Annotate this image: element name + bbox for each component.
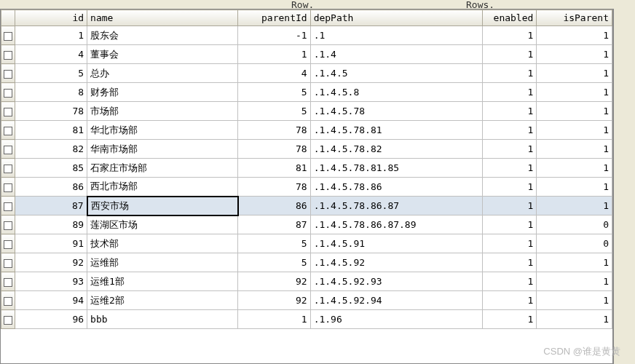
checkbox-icon[interactable] <box>4 146 12 154</box>
cell-name[interactable]: 运维2部 <box>87 291 238 310</box>
header-rowhandle[interactable] <box>1 10 15 26</box>
cell-parentId[interactable]: 4 <box>238 64 310 83</box>
row-checkbox-cell[interactable] <box>1 253 15 272</box>
cell-enabled[interactable]: 1 <box>482 178 537 197</box>
row-checkbox-cell[interactable] <box>1 197 15 215</box>
cell-name[interactable]: 石家庄市场部 <box>87 159 238 178</box>
cell-isParent[interactable]: 1 <box>537 140 612 159</box>
cell-parentId[interactable]: 81 <box>238 159 310 178</box>
cell-enabled[interactable]: 1 <box>482 234 537 253</box>
cell-enabled[interactable]: 1 <box>482 253 537 272</box>
cell-enabled[interactable]: 1 <box>482 102 537 121</box>
cell-enabled[interactable]: 1 <box>482 272 537 291</box>
table-row[interactable]: 82华南市场部78.1.4.5.78.8211 <box>1 140 612 159</box>
checkbox-icon[interactable] <box>4 70 12 79</box>
cell-name[interactable]: 财务部 <box>87 83 238 102</box>
cell-depPath[interactable]: .1.4.5.92.94 <box>310 291 482 310</box>
cell-depPath[interactable]: .1.4.5.92 <box>310 253 482 272</box>
table-row[interactable]: 5总办4.1.4.511 <box>1 64 612 83</box>
checkbox-icon[interactable] <box>4 221 12 230</box>
cell-enabled[interactable]: 1 <box>482 159 537 178</box>
cell-isParent[interactable]: 0 <box>537 215 612 234</box>
row-checkbox-cell[interactable] <box>1 140 15 159</box>
table-row[interactable]: 91技术部5.1.4.5.9110 <box>1 234 612 253</box>
row-checkbox-cell[interactable] <box>1 291 15 310</box>
row-checkbox-cell[interactable] <box>1 121 15 140</box>
cell-parentId[interactable]: 5 <box>238 253 310 272</box>
table-row[interactable]: 96bbb1.1.9611 <box>1 310 612 329</box>
cell-parentId[interactable]: 78 <box>238 140 310 159</box>
cell-name[interactable]: bbb <box>87 310 238 329</box>
table-row[interactable]: 81华北市场部78.1.4.5.78.8111 <box>1 121 612 140</box>
cell-enabled[interactable]: 1 <box>482 64 537 83</box>
checkbox-icon[interactable] <box>4 108 12 116</box>
cell-isParent[interactable]: 1 <box>537 310 612 329</box>
cell-id[interactable]: 91 <box>15 234 87 253</box>
row-checkbox-cell[interactable] <box>1 26 15 45</box>
cell-name[interactable]: 股东会 <box>87 26 238 45</box>
row-checkbox-cell[interactable] <box>1 83 15 102</box>
cell-id[interactable]: 87 <box>15 197 87 215</box>
cell-isParent[interactable]: 1 <box>537 64 612 83</box>
cell-name[interactable]: 董事会 <box>87 45 238 64</box>
cell-depPath[interactable]: .1.4.5.78.82 <box>310 140 482 159</box>
cell-depPath[interactable]: .1.4.5.78.86.87 <box>310 197 482 215</box>
cell-depPath[interactable]: .1.96 <box>310 310 482 329</box>
cell-depPath[interactable]: .1.4.5.78 <box>310 102 482 121</box>
cell-id[interactable]: 86 <box>15 178 87 197</box>
cell-depPath[interactable]: .1.4.5.78.81 <box>310 121 482 140</box>
cell-parentId[interactable]: 92 <box>238 272 310 291</box>
checkbox-icon[interactable] <box>4 240 12 249</box>
cell-id[interactable]: 5 <box>15 64 87 83</box>
cell-name[interactable]: 华北市场部 <box>87 121 238 140</box>
row-checkbox-cell[interactable] <box>1 178 15 197</box>
cell-isParent[interactable]: 1 <box>537 159 612 178</box>
cell-depPath[interactable]: .1.4 <box>310 45 482 64</box>
header-isParent[interactable]: isParent <box>537 10 612 26</box>
table-row[interactable]: 92运维部5.1.4.5.9211 <box>1 253 612 272</box>
row-checkbox-cell[interactable] <box>1 159 15 178</box>
checkbox-icon[interactable] <box>4 165 12 173</box>
cell-parentId[interactable]: 5 <box>238 102 310 121</box>
cell-parentId[interactable]: 86 <box>238 197 310 215</box>
checkbox-icon[interactable] <box>4 278 12 287</box>
cell-depPath[interactable]: .1.4.5.78.86.87.89 <box>310 215 482 234</box>
table-row[interactable]: 93运维1部92.1.4.5.92.9311 <box>1 272 612 291</box>
checkbox-icon[interactable] <box>4 51 12 60</box>
cell-isParent[interactable]: 1 <box>537 291 612 310</box>
cell-parentId[interactable]: 1 <box>238 310 310 329</box>
cell-enabled[interactable]: 1 <box>482 140 537 159</box>
table-row[interactable]: 8财务部5.1.4.5.811 <box>1 83 612 102</box>
cell-isParent[interactable]: 1 <box>537 253 612 272</box>
checkbox-icon[interactable] <box>4 297 12 306</box>
cell-parentId[interactable]: 78 <box>238 178 310 197</box>
header-name[interactable]: name <box>87 10 238 26</box>
cell-id[interactable]: 81 <box>15 121 87 140</box>
cell-parentId[interactable]: 5 <box>238 83 310 102</box>
cell-id[interactable]: 78 <box>15 102 87 121</box>
cell-name[interactable]: 市场部 <box>87 102 238 121</box>
checkbox-icon[interactable] <box>4 32 12 41</box>
checkbox-icon[interactable] <box>4 316 12 325</box>
table-row[interactable]: 1股东会-1.111 <box>1 26 612 45</box>
cell-enabled[interactable]: 1 <box>482 197 537 215</box>
header-enabled[interactable]: enabled <box>482 10 537 26</box>
row-checkbox-cell[interactable] <box>1 310 15 329</box>
cell-name[interactable]: 华南市场部 <box>87 140 238 159</box>
cell-depPath[interactable]: .1.4.5.92.93 <box>310 272 482 291</box>
header-id[interactable]: id <box>15 10 87 26</box>
cell-id[interactable]: 89 <box>15 215 87 234</box>
cell-id[interactable]: 82 <box>15 140 87 159</box>
cell-isParent[interactable]: 1 <box>537 45 612 64</box>
cell-id[interactable]: 1 <box>15 26 87 45</box>
cell-name[interactable]: 运维1部 <box>87 272 238 291</box>
cell-isParent[interactable]: 1 <box>537 102 612 121</box>
header-parentId[interactable]: parentId <box>238 10 310 26</box>
cell-parentId[interactable]: 5 <box>238 234 310 253</box>
cell-enabled[interactable]: 1 <box>482 121 537 140</box>
cell-isParent[interactable]: 1 <box>537 121 612 140</box>
cell-isParent[interactable]: 1 <box>537 272 612 291</box>
cell-id[interactable]: 94 <box>15 291 87 310</box>
cell-parentId[interactable]: 78 <box>238 121 310 140</box>
cell-id[interactable]: 96 <box>15 310 87 329</box>
